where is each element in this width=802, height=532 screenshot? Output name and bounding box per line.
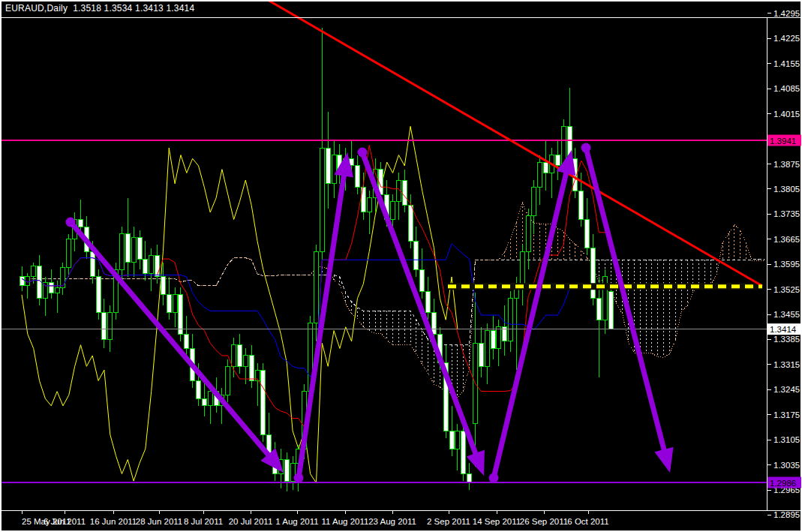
chart-title: EURAUD,Daily 1.3518 1.3534 1.3413 1.3414 <box>5 3 194 14</box>
candle-body <box>284 459 289 481</box>
time-tick-label: 6 Jun 2011 <box>44 517 86 526</box>
candle-body <box>90 251 95 276</box>
time-tick-label: 1 Aug 2011 <box>275 517 318 526</box>
candle-body <box>49 282 53 293</box>
candle <box>96 269 101 320</box>
candle-body <box>426 291 431 313</box>
candle-body <box>432 313 437 335</box>
price-tick-label: 1.3805 <box>773 185 800 194</box>
candle-body <box>149 255 154 273</box>
candle-body <box>555 155 560 166</box>
price-tick-label: 1.4015 <box>773 110 800 119</box>
time-tick-label: 20 Jul 2011 <box>229 517 273 526</box>
candle <box>608 286 613 329</box>
price-badge-current-price: 1.3414 <box>767 323 801 335</box>
candle-body <box>226 366 230 395</box>
candle-body <box>79 220 83 227</box>
price-tick-label: 1.3875 <box>773 160 800 169</box>
candle-body <box>320 148 324 251</box>
price-tick-label: 1.4295 <box>773 9 800 18</box>
candle-body <box>538 162 542 187</box>
time-tick-label: 11 Aug 2011 <box>322 517 369 526</box>
time-tick-label: 6 Oct 2011 <box>567 517 608 526</box>
time-tick-label: 2 Sep 2011 <box>427 517 470 526</box>
candle-body <box>102 313 107 340</box>
candle-body <box>96 277 101 313</box>
candle-body <box>367 198 371 212</box>
candle-body <box>237 345 242 367</box>
time-tick-label: 23 Aug 2011 <box>368 517 416 526</box>
price-tick-label: 1.3525 <box>773 285 800 294</box>
candle-body <box>202 398 206 406</box>
candle-body <box>485 331 489 367</box>
candle-body <box>179 295 183 335</box>
candle-body <box>155 255 160 277</box>
candle-body <box>579 191 584 219</box>
candle-body <box>590 248 595 299</box>
candle-body <box>55 287 59 293</box>
candle-body <box>544 162 548 173</box>
candle-body <box>20 277 24 286</box>
candle-body <box>208 392 212 406</box>
candle-body <box>108 313 113 340</box>
price-tick-label: 1.2895 <box>773 510 800 519</box>
time-tick-label: 26 Sep 2011 <box>520 517 568 526</box>
candle-body <box>532 188 536 216</box>
candle-body <box>361 188 365 212</box>
candle-body <box>479 343 483 366</box>
candle-body <box>173 295 177 313</box>
candle-body <box>420 269 425 291</box>
time-tick-label: 28 Jun 2011 <box>136 517 182 526</box>
candle <box>261 363 266 442</box>
price-tick-label: 1.3245 <box>773 385 800 394</box>
candle-body <box>585 220 590 248</box>
arrow-start-dot <box>489 473 499 483</box>
arrow-start-dot <box>581 143 591 153</box>
candle-body <box>355 166 359 188</box>
candle-body <box>261 370 266 434</box>
candle-body <box>449 431 454 449</box>
price-badge-label: 1.2986 <box>770 479 796 488</box>
price-tick-label: 1.3035 <box>773 461 800 470</box>
candle-body <box>467 474 472 483</box>
price-badge-label: 1.3941 <box>770 137 796 146</box>
price-tick-label: 1.3315 <box>773 360 800 369</box>
price-tick-label: 1.3455 <box>773 310 800 319</box>
price-badge-label: 1.3414 <box>770 325 797 334</box>
chart-canvas[interactable]: 1.42951.42251.41551.40851.40151.38751.38… <box>0 0 802 532</box>
candle-body <box>143 259 148 273</box>
candle-body <box>67 239 71 268</box>
arrow-start-dot <box>294 473 304 483</box>
price-tick-label: 1.4155 <box>773 59 800 68</box>
candle-body <box>137 237 142 259</box>
price-badge-resistance: 1.3941 <box>767 135 801 146</box>
candle-body <box>402 180 407 205</box>
candle-body <box>332 155 336 184</box>
candle-body <box>243 356 248 366</box>
candle-body <box>414 241 419 269</box>
price-tick-label: 1.4225 <box>773 34 800 43</box>
arrow-start-dot <box>66 218 76 227</box>
price-tick-label: 1.3105 <box>773 435 800 444</box>
chart-title-text: EURAUD,Daily 1.3518 1.3534 1.3413 1.3414 <box>5 3 194 14</box>
price-tick-label: 1.3175 <box>773 410 800 419</box>
time-tick-label: 8 Jul 2011 <box>184 517 223 526</box>
price-badge-support: 1.2986 <box>767 477 801 488</box>
candle-body <box>408 205 413 241</box>
candle-body <box>455 431 460 449</box>
candle-body <box>509 299 513 341</box>
candle-body <box>32 266 36 277</box>
candle-body <box>608 292 613 329</box>
mt4-chart-window: EURAUD,Daily 1.3518 1.3534 1.3413 1.3414… <box>0 0 802 532</box>
arrow-start-dot <box>358 148 368 158</box>
candle-body <box>461 431 466 473</box>
candle-body <box>61 268 65 287</box>
candle-body <box>491 331 495 349</box>
candle-body <box>167 295 171 313</box>
price-tick-label: 1.3735 <box>773 209 800 218</box>
candle-body <box>125 234 130 263</box>
candle-body <box>314 251 319 323</box>
candle-body <box>161 277 165 295</box>
candle-body <box>119 234 124 270</box>
price-tick-label: 1.4085 <box>773 84 800 93</box>
